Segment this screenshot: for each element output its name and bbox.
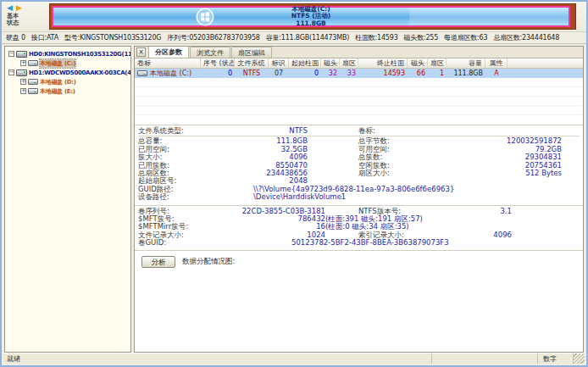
hdd-icon bbox=[16, 70, 27, 76]
column-header[interactable]: 文件系统 bbox=[235, 58, 269, 68]
tab-partition-params[interactable]: 分区参数 bbox=[148, 46, 189, 58]
cell-text: 14593 bbox=[384, 69, 405, 78]
tree-item-volume3[interactable]: +本地磁盘 (D:) bbox=[7, 77, 130, 86]
detail-label: 卷GUID: bbox=[138, 239, 211, 247]
disk-info-item: 磁头数:255 bbox=[404, 34, 439, 42]
divider bbox=[135, 250, 583, 251]
drive-icon bbox=[137, 70, 147, 76]
cell: 0 bbox=[201, 69, 235, 78]
cell: 33 bbox=[340, 69, 358, 78]
ntfs-details: 卷序列号:22CD-3855-C03B-3181NTFS版本号:3.1$MFT簇… bbox=[135, 206, 583, 247]
empty-row bbox=[135, 78, 583, 87]
detail-value bbox=[440, 127, 562, 135]
cell-text: 0 bbox=[228, 69, 232, 78]
disk-info-line: 硬盘 0接口:ATA型号:KINGSTONSH103S3120G序列号:0520… bbox=[2, 32, 586, 44]
table-filler bbox=[135, 115, 583, 125]
tab-bar: × 分区参数浏览文件扇区编辑 bbox=[135, 47, 583, 58]
view-mode-label-bottom: 状态 bbox=[7, 20, 47, 27]
cell: A bbox=[485, 69, 508, 78]
cell: 14593 bbox=[358, 69, 408, 78]
numlock-indicator: 数字 bbox=[537, 353, 573, 364]
cell-text: 33 bbox=[347, 69, 356, 78]
column-header[interactable]: 终止柱面 bbox=[358, 58, 408, 68]
cell: 1 bbox=[428, 69, 447, 78]
partition-block-c[interactable]: 本地磁盘(C:) NTFS (活动) 111.8GB bbox=[52, 6, 570, 27]
hdd-icon bbox=[16, 51, 27, 58]
column-header[interactable]: 容量 bbox=[447, 58, 485, 68]
partition-table-header: 卷标序号 (状态)文件系统标识起始柱面磁头扇区终止柱面磁头扇区容量属性 bbox=[135, 58, 583, 69]
cell: 111.8GB bbox=[447, 69, 485, 78]
detail-row: 卷GUID:50123782-5BF2-43BF-8BEA-3B63879073… bbox=[138, 239, 580, 247]
expand-icon[interactable]: + bbox=[20, 79, 26, 85]
analyze-row: 分析 数据分配情况图: bbox=[141, 256, 583, 268]
analyze-button[interactable]: 分析 bbox=[141, 256, 175, 268]
column-header[interactable]: 磁头 bbox=[321, 58, 340, 68]
detail-value: \Device\HarddiskVolume1 bbox=[253, 193, 346, 201]
status-text: 就绪 bbox=[3, 354, 431, 364]
tree-item-hd0[interactable]: −HD0:KINGSTONSH103S3120G(112GB) bbox=[7, 49, 130, 58]
detail-value: 786432 bbox=[211, 215, 325, 223]
disk-info-item: 型号:KINGSTONSH103S3120G bbox=[64, 34, 161, 42]
disk-overview-bar: 本地磁盘(C:) NTFS (活动) 111.8GB bbox=[49, 3, 576, 30]
column-header[interactable]: 磁头 bbox=[408, 58, 428, 68]
resize-grip[interactable] bbox=[573, 353, 585, 364]
cell: 32 bbox=[321, 69, 340, 78]
detail-value: NTFS bbox=[211, 127, 308, 135]
column-header[interactable]: 序号 (状态) bbox=[201, 58, 235, 68]
expand-icon[interactable]: + bbox=[20, 88, 26, 94]
status-pane-empty bbox=[431, 353, 537, 364]
toolbar: ◀▶ 基本 状态 本地磁盘(C:) bbox=[2, 2, 586, 32]
close-panel-button[interactable]: × bbox=[136, 47, 146, 57]
column-header[interactable]: 扇区 bbox=[428, 58, 447, 68]
partition-row[interactable]: 本地磁盘 (C:)0NTFS070323314593661111.8GBA bbox=[135, 69, 583, 78]
free-space-shade bbox=[409, 8, 569, 25]
cell: 66 bbox=[408, 69, 428, 78]
collapse-icon[interactable]: − bbox=[8, 70, 14, 75]
disk-info-item: 序列号:05203B62783703958 bbox=[167, 34, 259, 42]
column-header[interactable]: 起始柱面 bbox=[289, 58, 321, 68]
cell-text: 32 bbox=[329, 69, 337, 78]
disk-info-item: 每道扇区数:63 bbox=[444, 34, 487, 42]
detail-value: 512 Bytes bbox=[440, 170, 562, 177]
partition-table-body: 本地磁盘 (C:)0NTFS070323314593661111.8GBA bbox=[135, 69, 583, 115]
column-header[interactable]: 卷标 bbox=[135, 58, 201, 68]
detail-label: 设备路径: bbox=[138, 193, 211, 201]
detail-row: 设备路径:\Device\HarddiskVolume1 bbox=[138, 193, 580, 201]
detail-row: 文件系统类型:NTFS卷标: bbox=[138, 127, 580, 135]
disk-info-item: 硬盘 0 bbox=[6, 34, 25, 42]
cell-text: 07 bbox=[275, 69, 283, 78]
tree-item-label: 本地磁盘 (C:) bbox=[40, 59, 75, 68]
cell: 07 bbox=[269, 69, 289, 78]
drive-icon bbox=[28, 79, 38, 85]
empty-row bbox=[135, 87, 583, 97]
expand-icon[interactable]: + bbox=[20, 60, 26, 66]
column-header[interactable]: 属性 bbox=[485, 58, 508, 68]
detail-value: 4096 bbox=[440, 231, 512, 239]
detail-row: 总扇区数:234438656扇区大小:512 Bytes bbox=[138, 170, 580, 177]
column-header[interactable]: 标识 bbox=[269, 58, 289, 68]
collapse-icon[interactable]: − bbox=[8, 51, 14, 57]
detail-label: 卷标: bbox=[358, 127, 440, 135]
column-header[interactable]: 扇区 bbox=[340, 58, 358, 68]
disk-info-item: 容量:111.8GB(114473MB) bbox=[266, 34, 349, 42]
cell: 本地磁盘 (C:) bbox=[135, 69, 201, 78]
drive-icon bbox=[28, 60, 38, 66]
back-icon[interactable]: ◀ bbox=[7, 3, 13, 12]
cell-text: 111.8GB bbox=[453, 69, 483, 78]
disk-utility-window: ◀▶ 基本 状态 本地磁盘(C:) bbox=[0, 0, 588, 367]
tree-item-volume1[interactable]: +本地磁盘 (C:) bbox=[7, 58, 130, 68]
forward-icon[interactable]: ▶ bbox=[16, 3, 22, 12]
cell-text: 66 bbox=[417, 69, 425, 78]
drive-icon bbox=[28, 88, 38, 94]
cell-text: NTFS bbox=[243, 69, 260, 78]
detail-row: GUID路径:\\?\Volume{4a9723d9-6828-11ea-97a… bbox=[138, 186, 580, 193]
detail-label: 文件系统类型: bbox=[138, 127, 211, 135]
disk-info-item: 接口:ATA bbox=[31, 34, 58, 42]
tab-sector-edit[interactable]: 扇区编辑 bbox=[231, 47, 272, 58]
detail-label: 扇区大小: bbox=[358, 170, 440, 177]
tree-item-hd2[interactable]: −HD1:WDCWD5000AAKX-003CA(466GB) bbox=[7, 68, 130, 77]
tab-browse-files[interactable]: 浏览文件 bbox=[190, 47, 230, 58]
tree-item-volume4[interactable]: +本地磁盘 (E:) bbox=[7, 86, 130, 96]
cell-text: 1 bbox=[440, 69, 444, 78]
disk-info-item: 柱面数:14593 bbox=[355, 34, 397, 42]
